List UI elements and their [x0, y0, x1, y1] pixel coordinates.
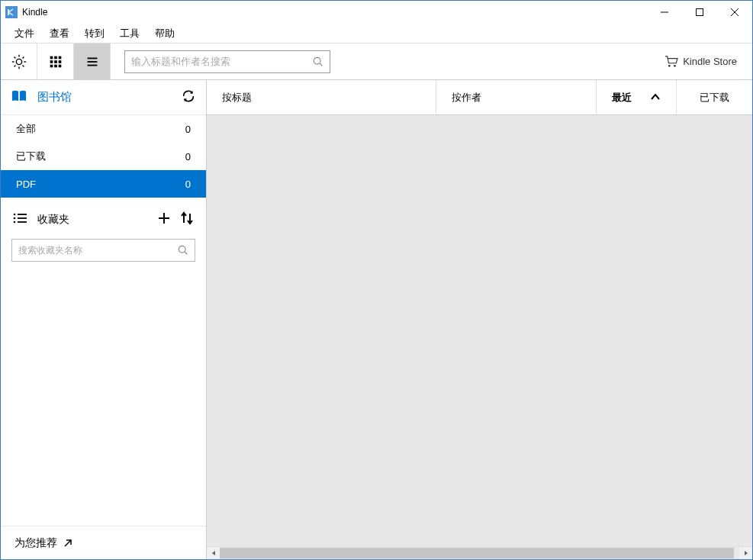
search-icon — [313, 56, 323, 67]
svg-rect-19 — [58, 60, 61, 63]
svg-rect-20 — [50, 64, 53, 67]
sidebar-item-count: 0 — [185, 151, 191, 163]
book-list-area — [207, 115, 752, 546]
add-collection-button[interactable] — [157, 211, 171, 228]
menu-help[interactable]: 帮助 — [147, 24, 182, 43]
svg-line-12 — [14, 65, 15, 66]
sort-collections-button[interactable] — [180, 211, 194, 228]
menu-view[interactable]: 查看 — [42, 24, 77, 43]
svg-line-41 — [185, 252, 187, 254]
sidebar-item-count: 0 — [185, 179, 191, 190]
sync-button[interactable] — [182, 89, 195, 106]
app-icon — [5, 6, 18, 18]
svg-point-30 — [14, 214, 16, 216]
sort-recent[interactable]: 最近 — [597, 80, 677, 114]
svg-line-13 — [22, 56, 24, 58]
scroll-thumb[interactable] — [220, 548, 734, 558]
scroll-track[interactable] — [220, 547, 739, 560]
search-icon — [178, 245, 188, 256]
svg-point-32 — [14, 221, 16, 224]
menu-file[interactable]: 文件 — [7, 24, 42, 43]
titlebar: Kindle — [1, 1, 752, 24]
horizontal-scrollbar[interactable] — [207, 546, 752, 559]
svg-rect-14 — [50, 56, 53, 59]
chevron-up-icon — [650, 92, 661, 103]
brightness-button[interactable] — [1, 43, 37, 80]
sort-by-title[interactable]: 按标题 — [207, 80, 436, 114]
recommend-link[interactable]: 为您推荐 — [1, 526, 206, 559]
arrow-out-icon — [63, 539, 72, 548]
svg-rect-22 — [58, 64, 61, 67]
recommend-label: 为您推荐 — [14, 536, 57, 550]
triangle-right-icon — [743, 550, 749, 556]
sort-by-author[interactable]: 按作者 — [436, 80, 597, 114]
sidebar-item-downloaded[interactable]: 已下载 0 — [1, 143, 206, 170]
search-box[interactable] — [124, 50, 330, 73]
search-input[interactable] — [131, 56, 313, 67]
svg-rect-15 — [54, 56, 57, 59]
cart-icon — [665, 56, 678, 68]
sort-bar: 按标题 按作者 最近 已下载 — [207, 80, 752, 115]
scroll-left-button[interactable] — [207, 547, 220, 560]
sun-icon — [11, 53, 27, 70]
kindle-store-link[interactable]: Kindle Store — [665, 56, 737, 68]
sort-downloaded[interactable]: 已下载 — [677, 80, 752, 114]
minimize-button[interactable] — [647, 1, 682, 24]
svg-point-40 — [179, 246, 185, 253]
content-area: 按标题 按作者 最近 已下载 — [207, 80, 752, 559]
svg-point-5 — [16, 59, 21, 64]
svg-line-42 — [65, 540, 71, 546]
sidebar-item-all[interactable]: 全部 0 — [1, 115, 206, 143]
library-header: 图书馆 — [1, 80, 206, 115]
sidebar-item-label: 已下载 — [16, 150, 185, 163]
library-title: 图书馆 — [37, 90, 182, 105]
grid-view-button[interactable] — [37, 43, 74, 80]
list-icon — [84, 53, 101, 70]
book-icon — [11, 89, 27, 106]
svg-rect-17 — [50, 60, 53, 63]
svg-point-28 — [668, 65, 671, 67]
menu-goto[interactable]: 转到 — [77, 24, 112, 43]
list-view-button[interactable] — [74, 43, 111, 80]
close-button[interactable] — [717, 1, 752, 24]
collections-search-input[interactable] — [18, 245, 178, 256]
triangle-left-icon — [211, 550, 217, 556]
svg-line-11 — [22, 65, 24, 66]
svg-point-29 — [674, 65, 676, 67]
plus-icon — [157, 211, 171, 225]
svg-point-26 — [314, 57, 320, 64]
grid-icon — [47, 53, 64, 70]
collections-search-box[interactable] — [11, 239, 195, 262]
svg-line-27 — [320, 63, 322, 66]
sidebar-item-label: PDF — [16, 179, 185, 190]
kindle-store-label: Kindle Store — [683, 56, 737, 67]
scroll-right-button[interactable] — [739, 547, 752, 560]
window-title: Kindle — [22, 7, 47, 18]
toolbar: Kindle Store — [1, 43, 752, 80]
sidebar-item-label: 全部 — [16, 122, 185, 136]
sync-icon — [182, 89, 195, 103]
maximize-button[interactable] — [682, 1, 717, 24]
collections-title: 收藏夹 — [37, 213, 148, 227]
menubar: 文件 查看 转到 工具 帮助 — [1, 24, 752, 43]
sidebar-item-pdf[interactable]: PDF 0 — [1, 170, 206, 198]
collections-icon — [13, 213, 27, 227]
menu-tools[interactable]: 工具 — [112, 24, 147, 43]
svg-rect-16 — [58, 56, 61, 59]
sidebar-item-count: 0 — [185, 124, 191, 135]
svg-point-31 — [14, 217, 16, 220]
svg-rect-2 — [697, 9, 703, 16]
sort-icon — [180, 211, 194, 225]
svg-line-10 — [14, 56, 15, 58]
svg-rect-18 — [54, 60, 57, 63]
collections-header: 收藏夹 — [1, 201, 206, 239]
svg-rect-21 — [54, 64, 57, 67]
sidebar: 图书馆 全部 0 已下载 0 PDF 0 收藏夹 — [1, 80, 207, 559]
